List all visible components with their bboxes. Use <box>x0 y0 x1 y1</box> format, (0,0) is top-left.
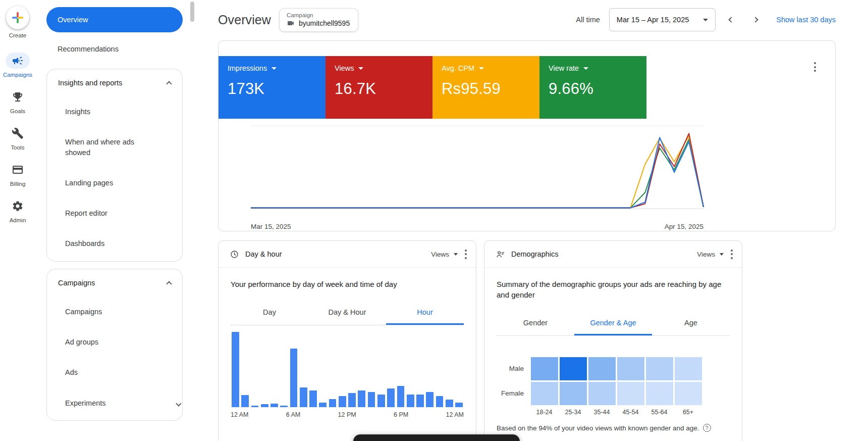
sidebar-item-label: When and where ads showed <box>65 137 153 158</box>
demographics-tab-gender-age[interactable]: Gender & Age <box>574 311 652 335</box>
demographics-menu-button[interactable] <box>728 247 736 262</box>
heatmap-cell-male-25-34[interactable] <box>560 357 587 380</box>
sidebar-item-when-and-where-ads-showed[interactable]: When and where ads showed <box>47 127 182 168</box>
demographics-heatmap: MaleFemale18-2425-3435-4445-5455-6465+ <box>497 356 730 416</box>
date-range-picker[interactable]: Mar 15 – Apr 15, 2025 <box>609 8 716 31</box>
hour-bar-10-am[interactable] <box>329 399 337 407</box>
day-hour-description: Your performance by day of week and time… <box>231 279 464 289</box>
sidebar-item-dashboards[interactable]: Dashboards <box>47 228 182 259</box>
demographics-card: Demographics Views Summary of the demogr… <box>484 240 742 441</box>
rail-item-campaigns[interactable]: Campaigns <box>3 53 32 78</box>
metric-tile-view-rate[interactable]: View rate9.66% <box>539 56 646 119</box>
rail-item-tools[interactable]: Tools <box>6 125 30 151</box>
heatmap-column-label: 18-24 <box>530 409 559 416</box>
sidebar-item-ads[interactable]: Ads <box>47 357 182 387</box>
hour-bar-7-pm[interactable] <box>416 395 424 407</box>
date-next-button[interactable] <box>747 11 764 28</box>
heatmap-cell-male-65+[interactable] <box>675 357 702 380</box>
hour-bar-10-pm[interactable] <box>446 400 453 407</box>
help-icon[interactable]: ? <box>703 424 711 432</box>
sidebar-item-campaigns[interactable]: Campaigns <box>47 297 182 327</box>
rail-item-billing[interactable]: Billing <box>6 162 30 187</box>
hour-bar-9-pm[interactable] <box>436 396 444 407</box>
hour-bar-chart[interactable] <box>231 332 464 407</box>
hour-bar-8-am[interactable] <box>309 390 317 407</box>
sidebar-item-overview[interactable]: Overview <box>46 7 183 32</box>
show-last-30-days-link[interactable]: Show last 30 days <box>776 16 836 24</box>
rail-item-create[interactable]: Create <box>6 6 29 38</box>
hour-bar-11-am[interactable] <box>339 396 346 407</box>
hour-bar-8-pm[interactable] <box>426 392 433 407</box>
day-hour-tab-day[interactable]: Day <box>231 300 308 325</box>
sidebar-section-header-insights-and-reports[interactable]: Insights and reports <box>47 69 182 96</box>
day-hour-metric-dropdown[interactable]: Views <box>427 248 462 261</box>
sidebar-item-insights[interactable]: Insights <box>47 96 182 127</box>
scrollbar-thumb[interactable] <box>190 2 194 22</box>
hour-bar-9-am[interactable] <box>319 403 327 407</box>
sidebar-item-label: Report editor <box>65 208 107 218</box>
heatmap-cell-female-45-54[interactable] <box>617 382 644 405</box>
hour-bar-3-am[interactable] <box>261 404 268 407</box>
heatmap-cell-male-35-44[interactable] <box>588 357 616 380</box>
metric-tile-avg-cpm[interactable]: Avg. CPMRs95.59 <box>432 56 539 119</box>
performance-line-chart[interactable] <box>249 122 706 222</box>
sidebar-item-label: Experiments <box>65 398 106 408</box>
heatmap-cell-female-18-24[interactable] <box>531 382 558 405</box>
hour-bar-5-am[interactable] <box>280 406 288 407</box>
day-hour-metric-value: Views <box>431 251 449 258</box>
demographics-footnote: Based on the 94% of your video views wit… <box>497 424 699 432</box>
hour-bar-5-pm[interactable] <box>397 386 405 407</box>
heatmap-cell-male-55-64[interactable] <box>646 357 673 380</box>
rail-item-goals[interactable]: Goals <box>6 89 30 114</box>
hour-bar-1-pm[interactable] <box>358 390 365 407</box>
sidebar-item-report-editor[interactable]: Report editor <box>47 198 182 228</box>
metric-tile-views[interactable]: Views16.7K <box>326 56 432 119</box>
sidebar-item-landing-pages[interactable]: Landing pages <box>47 168 182 198</box>
hour-bar-2-pm[interactable] <box>368 392 375 407</box>
hour-bar-3-pm[interactable] <box>377 395 385 407</box>
heatmap-row-label: Male <box>497 365 530 372</box>
billing-icon <box>6 162 30 178</box>
heatmap-cell-female-55-64[interactable] <box>646 382 673 405</box>
demographics-metric-dropdown[interactable]: Views <box>693 248 728 261</box>
x-axis-labels: Mar 15, 2025 Apr 15, 2025 <box>249 223 706 230</box>
demographics-tab-age[interactable]: Age <box>652 311 730 335</box>
demographics-tab-gender[interactable]: Gender <box>497 311 574 335</box>
hour-axis-tick: 12 PM <box>338 411 356 418</box>
sidebar-item-experiments[interactable]: Experiments <box>47 388 182 418</box>
metric-tile-impressions[interactable]: Impressions173K <box>219 56 326 119</box>
hour-bar-12-am[interactable] <box>232 332 239 407</box>
sidebar-item-recommendations[interactable]: Recommendations <box>46 36 183 62</box>
demographics-description: Summary of the demographic groups your a… <box>497 279 730 300</box>
rail-item-label: Tools <box>11 144 25 151</box>
hour-bar-6-am[interactable] <box>290 349 298 407</box>
day-hour-menu-button[interactable] <box>462 247 470 262</box>
hour-bar-2-am[interactable] <box>251 406 259 407</box>
axis-end-date: Apr 15, 2025 <box>665 223 703 230</box>
sidebar-scrollbar[interactable] <box>190 0 195 441</box>
sidebar-section-header-campaigns[interactable]: Campaigns <box>47 269 182 297</box>
heatmap-cell-female-65+[interactable] <box>675 382 702 405</box>
day-hour-tab-hour[interactable]: Hour <box>386 300 464 325</box>
hour-bar-6-pm[interactable] <box>407 395 414 407</box>
overview-card-menu-button[interactable] <box>811 59 819 75</box>
hour-bar-7-am[interactable] <box>300 387 307 407</box>
sidebar-item-ad-groups[interactable]: Ad groups <box>47 327 182 357</box>
campaign-chip[interactable]: Campaign byumitchell9595 <box>279 8 358 32</box>
heatmap-cell-female-25-34[interactable] <box>560 382 587 405</box>
hour-bar-4-pm[interactable] <box>387 388 395 407</box>
hour-bar-12-pm[interactable] <box>348 393 356 407</box>
heatmap-cell-male-18-24[interactable] <box>531 357 558 380</box>
heatmap-cell-male-45-54[interactable] <box>617 357 644 380</box>
line-series-avg-cpm <box>251 136 703 208</box>
rail-item-admin[interactable]: Admin <box>6 198 30 223</box>
clock-icon <box>230 250 239 259</box>
date-range-value: Mar 15 – Apr 15, 2025 <box>617 16 689 24</box>
date-prev-button[interactable] <box>723 11 740 28</box>
heatmap-cell-female-35-44[interactable] <box>588 382 616 405</box>
hour-bar-1-am[interactable] <box>241 395 249 407</box>
day-hour-tab-day-hour[interactable]: Day & Hour <box>308 300 386 325</box>
hour-bar-11-pm[interactable] <box>455 403 463 407</box>
chevron-down-icon <box>583 67 588 70</box>
hour-bar-4-am[interactable] <box>270 404 278 407</box>
